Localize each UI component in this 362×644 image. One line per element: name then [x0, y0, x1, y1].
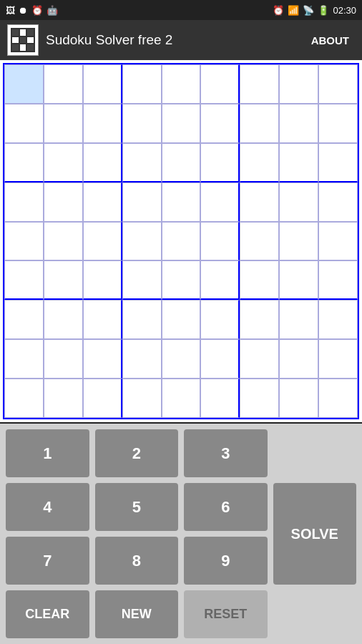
sudoku-cell-5-4[interactable]	[162, 260, 201, 300]
sudoku-cell-2-4[interactable]	[162, 143, 201, 182]
sudoku-cell-7-8[interactable]	[318, 339, 358, 379]
sudoku-cell-7-2[interactable]	[83, 339, 122, 379]
sudoku-cell-0-8[interactable]	[318, 64, 358, 104]
sudoku-cell-2-8[interactable]	[318, 143, 358, 182]
digit-8-button[interactable]: 8	[95, 537, 179, 585]
digit-4-button[interactable]: 4	[6, 483, 89, 531]
new-button[interactable]: NEW	[95, 590, 179, 638]
sudoku-cell-3-6[interactable]	[240, 182, 279, 222]
sudoku-cell-0-4[interactable]	[162, 64, 201, 104]
sudoku-cell-5-3[interactable]	[122, 260, 162, 300]
sudoku-cell-4-6[interactable]	[240, 222, 279, 261]
sudoku-cell-6-2[interactable]	[83, 300, 122, 339]
sudoku-cell-6-6[interactable]	[240, 300, 279, 339]
sudoku-cell-5-8[interactable]	[318, 260, 358, 300]
sudoku-cell-8-5[interactable]	[200, 379, 240, 418]
sudoku-cell-6-0[interactable]	[4, 300, 44, 339]
sudoku-cell-5-6[interactable]	[240, 260, 279, 300]
sudoku-cell-2-2[interactable]	[83, 143, 122, 182]
sudoku-cell-6-8[interactable]	[318, 300, 358, 339]
digit-9-button[interactable]: 9	[184, 537, 268, 585]
sudoku-cell-3-1[interactable]	[44, 182, 83, 222]
digit-2-button[interactable]: 2	[95, 429, 179, 477]
sudoku-cell-0-6[interactable]	[240, 64, 279, 104]
sudoku-cell-7-4[interactable]	[162, 339, 201, 379]
digit-6-button[interactable]: 6	[184, 483, 268, 531]
sudoku-cell-7-6[interactable]	[240, 339, 279, 379]
icon-cell	[26, 29, 34, 36]
sudoku-cell-4-5[interactable]	[200, 222, 240, 261]
sudoku-cell-5-2[interactable]	[83, 260, 122, 300]
digit-3-button[interactable]: 3	[184, 429, 268, 477]
sudoku-cell-2-5[interactable]	[200, 143, 240, 182]
sudoku-cell-8-4[interactable]	[162, 379, 201, 418]
sudoku-cell-5-5[interactable]	[200, 260, 240, 300]
sudoku-cell-0-2[interactable]	[83, 64, 122, 104]
sudoku-cell-1-7[interactable]	[279, 104, 318, 143]
sudoku-cell-2-1[interactable]	[44, 143, 83, 182]
sudoku-cell-3-2[interactable]	[83, 182, 122, 222]
solve-button[interactable]: SOLVE	[273, 483, 357, 585]
sudoku-cell-2-0[interactable]	[4, 143, 44, 182]
reset-button[interactable]: RESET	[184, 590, 268, 638]
sudoku-cell-4-3[interactable]	[122, 222, 162, 261]
sudoku-cell-1-5[interactable]	[200, 104, 240, 143]
sudoku-cell-2-3[interactable]	[122, 143, 162, 182]
sudoku-cell-3-7[interactable]	[279, 182, 318, 222]
sudoku-cell-7-3[interactable]	[122, 339, 162, 379]
sudoku-cell-6-7[interactable]	[279, 300, 318, 339]
clear-button[interactable]: CLEAR	[6, 590, 89, 638]
sudoku-cell-0-7[interactable]	[279, 64, 318, 104]
sudoku-cell-3-3[interactable]	[122, 182, 162, 222]
sudoku-cell-8-0[interactable]	[4, 379, 44, 418]
sudoku-cell-4-4[interactable]	[162, 222, 201, 261]
sudoku-cell-7-5[interactable]	[200, 339, 240, 379]
sudoku-cell-5-7[interactable]	[279, 260, 318, 300]
sudoku-cell-8-8[interactable]	[318, 379, 358, 418]
digit-5-button[interactable]: 5	[95, 483, 179, 531]
sudoku-cell-1-2[interactable]	[83, 104, 122, 143]
sudoku-cell-7-7[interactable]	[279, 339, 318, 379]
digit-1-button[interactable]: 1	[6, 429, 89, 477]
sudoku-cell-4-2[interactable]	[83, 222, 122, 261]
sudoku-cell-4-1[interactable]	[44, 222, 83, 261]
sudoku-cell-3-5[interactable]	[200, 182, 240, 222]
digit-7-button[interactable]: 7	[6, 537, 89, 585]
sudoku-cell-2-6[interactable]	[240, 143, 279, 182]
sudoku-cell-8-1[interactable]	[44, 379, 83, 418]
sudoku-cell-8-6[interactable]	[240, 379, 279, 418]
about-button[interactable]: ABOUT	[305, 31, 355, 49]
sudoku-cell-3-8[interactable]	[318, 182, 358, 222]
sudoku-cell-7-1[interactable]	[44, 339, 83, 379]
sudoku-cell-6-4[interactable]	[162, 300, 201, 339]
sudoku-cell-1-8[interactable]	[318, 104, 358, 143]
sudoku-cell-1-3[interactable]	[122, 104, 162, 143]
sudoku-cell-4-8[interactable]	[318, 222, 358, 261]
sudoku-cell-2-7[interactable]	[279, 143, 318, 182]
sudoku-cell-8-7[interactable]	[279, 379, 318, 418]
sudoku-cell-1-6[interactable]	[240, 104, 279, 143]
sudoku-cell-8-3[interactable]	[122, 379, 162, 418]
sudoku-cell-0-5[interactable]	[200, 64, 240, 104]
sudoku-cell-5-1[interactable]	[44, 260, 83, 300]
alarm-icon: ⏰	[273, 5, 284, 16]
sudoku-cell-0-0[interactable]	[4, 64, 44, 104]
empty-spacer-2	[273, 590, 357, 638]
sudoku-cell-0-3[interactable]	[122, 64, 162, 104]
sudoku-cell-1-1[interactable]	[44, 104, 83, 143]
sudoku-cell-4-0[interactable]	[4, 222, 44, 261]
sudoku-cell-6-5[interactable]	[200, 300, 240, 339]
sudoku-cell-4-7[interactable]	[279, 222, 318, 261]
sudoku-cell-3-4[interactable]	[162, 182, 201, 222]
sudoku-cell-6-3[interactable]	[122, 300, 162, 339]
sudoku-cell-1-0[interactable]	[4, 104, 44, 143]
sudoku-cell-3-0[interactable]	[4, 182, 44, 222]
sudoku-cell-7-0[interactable]	[4, 339, 44, 379]
sudoku-cell-6-1[interactable]	[44, 300, 83, 339]
clock-icon: ⏰	[31, 5, 43, 16]
sudoku-cell-8-2[interactable]	[83, 379, 122, 418]
sudoku-cell-1-4[interactable]	[162, 104, 201, 143]
sudoku-cell-0-1[interactable]	[44, 64, 83, 104]
sudoku-cell-5-0[interactable]	[4, 260, 44, 300]
app-icon-grid	[11, 28, 35, 52]
